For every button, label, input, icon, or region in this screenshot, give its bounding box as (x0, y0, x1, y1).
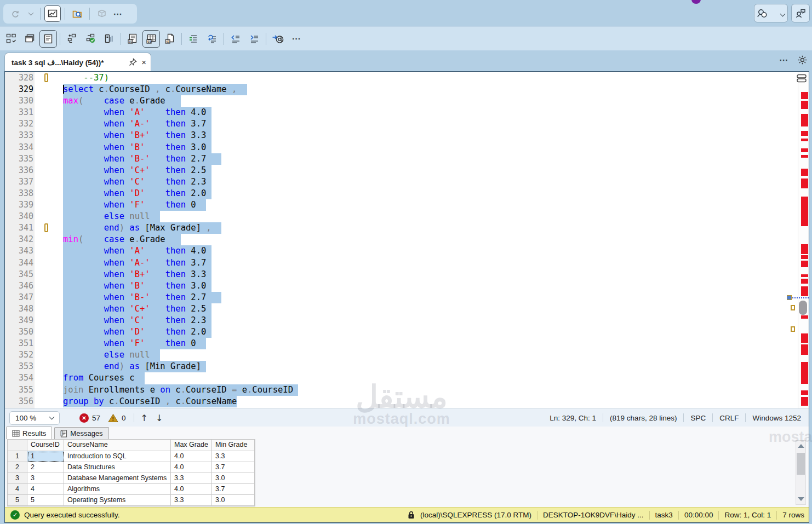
code-line[interactable]: 334 when 'B' then 3.0 (5, 142, 797, 153)
error-mark[interactable] (801, 274, 808, 277)
code-line[interactable]: 337 when 'C' then 2.3 (5, 176, 797, 188)
error-mark[interactable] (801, 344, 808, 355)
decrease-indent-icon[interactable] (227, 30, 244, 48)
code-line[interactable]: 352 else null (5, 349, 797, 361)
code-text[interactable]: when 'C' then 2.3 (63, 176, 211, 188)
format-document-icon[interactable] (185, 30, 202, 48)
error-mark[interactable] (801, 131, 808, 136)
row-header[interactable]: 4 (8, 484, 27, 495)
redo-dropdown-chevron[interactable] (25, 5, 36, 22)
error-mark[interactable] (801, 197, 808, 226)
table-row[interactable]: 33Database Management Systems3.33.0 (8, 473, 255, 484)
error-mark[interactable] (801, 279, 808, 284)
column-header[interactable]: Min Grade (212, 440, 255, 451)
grid-cell[interactable]: 1 (27, 451, 64, 462)
code-text[interactable]: when 'A' then 4.0 (63, 245, 211, 257)
table-row[interactable]: 11Introduction to SQL4.03.3 (8, 451, 255, 462)
results-to-grid-icon[interactable]: 01 (142, 30, 160, 48)
grid-cell[interactable]: Introduction to SQL (64, 451, 171, 462)
code-line[interactable]: 329select c.CourseID , c.CourseName , (5, 84, 797, 95)
code-line[interactable]: 331 when 'A' then 4.0 (5, 107, 797, 118)
code-text[interactable]: when 'C' then 2.3 (63, 315, 211, 326)
table-row[interactable]: 55Operating Systems3.33.0 (8, 495, 255, 506)
check-out-icon[interactable] (63, 30, 81, 48)
grid-cell[interactable]: Database Management Systems (64, 473, 171, 484)
code-text[interactable]: join Enrollments e on c.CourseID = e.Cou… (63, 384, 298, 396)
prev-issue-arrow[interactable]: ↑ (141, 413, 148, 423)
code-line[interactable]: 355join Enrollments e on c.CourseID = e.… (5, 384, 797, 396)
encoding[interactable]: Windows 1252 (752, 414, 801, 422)
grid-cell[interactable]: 3.0 (212, 495, 255, 506)
results-grid[interactable]: CourseID CourseName Max Grade Min Grade … (7, 439, 255, 506)
grid-cell[interactable]: 3.3 (212, 451, 255, 462)
editor-scrollbar-thumb[interactable] (799, 301, 807, 315)
account-button[interactable] (754, 4, 788, 22)
code-line[interactable]: 351 when 'F' then 0 (5, 338, 797, 349)
code-line[interactable]: 349 when 'C' then 2.3 (5, 315, 797, 326)
results-to-file-icon[interactable]: 01 (161, 30, 179, 48)
code-line[interactable]: 339 when 'F' then 0 (5, 199, 797, 211)
code-text[interactable]: else null (63, 211, 160, 222)
error-mark[interactable] (801, 333, 808, 343)
grid-cell[interactable]: Data Structures (64, 462, 171, 473)
error-mark[interactable] (801, 155, 808, 158)
grid-cell[interactable]: 4.0 (171, 451, 212, 462)
grid-cell[interactable]: 2 (27, 462, 64, 473)
scroll-down-arrow[interactable] (798, 497, 804, 501)
code-line[interactable]: 353 end) as [Min Grade] (5, 361, 797, 372)
error-mark[interactable] (801, 390, 808, 395)
close-icon[interactable]: × (141, 58, 146, 66)
server-name[interactable]: (local)\SQLEXPRESS (17.0 RTM) (420, 511, 531, 519)
code-text[interactable]: when 'B-' then 2.7 (63, 153, 221, 165)
grid-cell[interactable]: 4.0 (171, 484, 212, 495)
code-line[interactable]: 333 when 'B+' then 3.3 (5, 130, 797, 141)
overflow-dots[interactable]: ⋯ (779, 55, 788, 65)
table-row[interactable]: 44Algorithms4.03.7 (8, 484, 255, 495)
pin-icon[interactable] (129, 58, 137, 66)
grid-cell[interactable]: Operating Systems (64, 495, 171, 506)
error-mark[interactable] (801, 244, 808, 254)
server-report-icon[interactable] (100, 30, 118, 48)
results-to-text-icon[interactable]: 01 (124, 30, 141, 48)
overflow-dots[interactable]: ⋯ (288, 30, 305, 48)
column-header[interactable]: Max Grade (171, 440, 212, 451)
code-line[interactable]: 346 when 'B' then 3.0 (5, 280, 797, 292)
results-scrollbar-thumb[interactable] (797, 453, 805, 475)
column-header[interactable]: CourseName (64, 440, 171, 451)
code-text[interactable]: when 'B+' then 3.3 (63, 269, 211, 280)
user-name[interactable]: DESKTOP-1OK9DVF\Haidy ... (543, 511, 644, 519)
code-text[interactable]: group by c.CourseID , c.CourseName (63, 396, 237, 407)
error-mark[interactable] (801, 286, 808, 296)
grid-cell[interactable]: 5 (27, 495, 64, 506)
account-dropdown-chevron[interactable] (777, 8, 788, 18)
cursor-position[interactable]: Ln: 329, Ch: 1 (550, 414, 596, 422)
package-icon[interactable] (94, 5, 110, 22)
find-in-files-icon[interactable] (69, 5, 85, 22)
grid-cell[interactable]: 3.0 (212, 473, 255, 484)
code-line[interactable]: 347 when 'B-' then 2.7 (5, 292, 797, 303)
code-text[interactable]: when 'D' then 2.0 (63, 326, 211, 338)
code-line[interactable]: 348 when 'C+' then 2.5 (5, 303, 797, 315)
document-tab[interactable]: task 3 sql ف...\Haidy (54))* × (4, 53, 151, 71)
annotation-strip[interactable] (798, 72, 809, 408)
zoom-dropdown[interactable]: 100 % (9, 411, 60, 425)
code-line[interactable]: 342min( case e.Grade (5, 234, 797, 245)
grid-cell[interactable]: 3.3 (171, 473, 212, 484)
code-line[interactable]: 338 when 'D' then 2.0 (5, 188, 797, 199)
error-mark[interactable] (801, 178, 808, 188)
row-header[interactable]: 5 (8, 495, 27, 506)
code-text[interactable]: when 'F' then 0 (63, 338, 206, 349)
grid-cell[interactable]: 4.0 (171, 462, 212, 473)
code-text[interactable]: from Courses c (63, 372, 145, 384)
check-in-icon[interactable] (82, 30, 99, 48)
code-text[interactable]: when 'A-' then 3.7 (63, 257, 211, 269)
redo-icon[interactable] (7, 5, 23, 22)
row-header[interactable]: 3 (8, 473, 27, 484)
code-line[interactable]: 340 else null (5, 211, 797, 222)
increase-indent-icon[interactable] (245, 30, 263, 48)
gear-icon[interactable] (797, 55, 808, 65)
error-mark[interactable] (801, 92, 808, 99)
warning-count[interactable]: ! 0 (108, 413, 126, 423)
results-scrollbar[interactable] (796, 440, 806, 505)
tab-messages[interactable]: Messages (54, 427, 108, 439)
